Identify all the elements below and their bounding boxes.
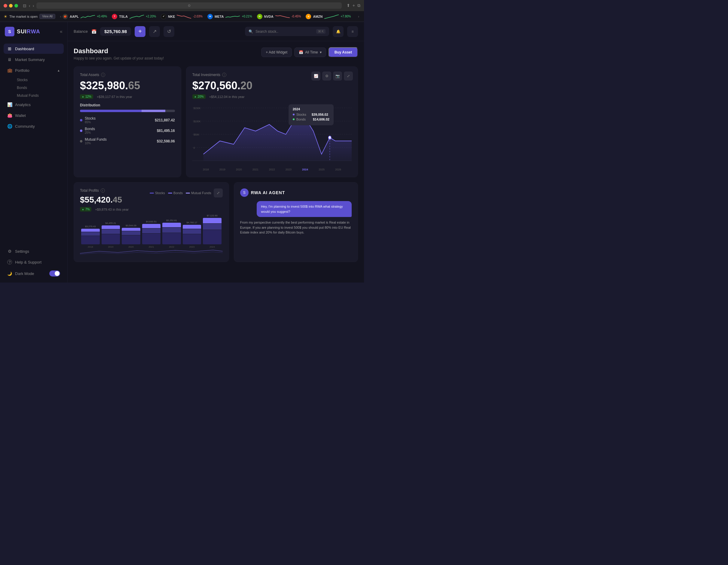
community-icon: 🌐 — [7, 124, 12, 129]
sidebar-item-portfolio[interactable]: 💼 Portfolio ▲ — [4, 65, 64, 75]
tooltip-bonds-dot — [293, 118, 295, 120]
time-filter-button[interactable]: 📅 All Time ▾ — [294, 47, 326, 57]
traffic-light-yellow[interactable] — [9, 4, 13, 8]
tsla-logo: T — [112, 14, 117, 19]
svg-text:$100K: $100K — [193, 120, 200, 123]
collapse-sidebar-button[interactable]: « — [60, 29, 63, 34]
page-subtitle: Happy to see you again. Get update of yo… — [74, 56, 164, 60]
expand-profits-button[interactable]: ⤢ — [214, 188, 223, 197]
traffic-light-green[interactable] — [14, 4, 18, 8]
dark-mode-toggle: 🌙 Dark Mode — [4, 268, 64, 279]
refresh-button[interactable]: ↺ — [164, 26, 174, 37]
dark-mode-switch[interactable] — [49, 270, 60, 276]
balance-display: $25,760.98 — [100, 27, 131, 36]
investments-card: Total Investments i $270,560.20 ▲ 20% +$… — [186, 66, 358, 177]
aapl-chart — [81, 14, 95, 19]
total-assets-card: Total Assets i $325,980.65 ▲ 12% +$39,11… — [74, 66, 181, 177]
legend-stocks: Stocks — [150, 191, 165, 195]
ticker-item-amzn[interactable]: A AMZN +7.80% — [306, 14, 351, 19]
chart-tooltip: 2024 Stocks $39,056.02 Bonds $14,606.02 — [289, 104, 334, 125]
ticker-item-nvda[interactable]: N NVDA -0.45% — [257, 14, 301, 19]
logo-area: S SUIRWA « — [4, 27, 64, 36]
distribution-label: Distribution — [80, 103, 175, 107]
legend-mutual: Mutual Funds — [186, 191, 211, 195]
chart-x-labels: 2018 2019 2020 2021 2022 2023 2024 2025 … — [192, 168, 352, 171]
sidebar-item-mutual-funds[interactable]: Mutual Funds — [14, 92, 64, 99]
sidebar-item-analytics[interactable]: 📊 Analytics — [4, 99, 64, 110]
back-icon[interactable]: ‹ — [29, 3, 30, 8]
buy-asset-button[interactable]: Buy Asset — [329, 47, 358, 57]
profits-value: $55,420.45 — [80, 195, 129, 205]
camera-button[interactable]: 📷 — [333, 72, 342, 81]
ticker-item-meta[interactable]: M META +0.21% — [207, 14, 252, 19]
meta-chart — [225, 14, 240, 19]
info-icon: i — [101, 188, 105, 193]
dashboard-actions: + Add Widget 📅 All Time ▾ Buy Asset — [261, 47, 358, 57]
profits-badge-row: ▲ 7% +$9,879.43 in this year — [80, 207, 129, 212]
wallet-icon: 👛 — [7, 113, 12, 118]
nvda-logo: N — [257, 14, 262, 19]
ticker-item-nke[interactable]: ✓ NKE -2.03% — [161, 14, 203, 19]
sidebar-item-label: Dashboard — [15, 47, 34, 51]
bottom-row: Total Profits i $55,420.45 ▲ 7% — [74, 182, 358, 262]
menu-button[interactable]: ≡ — [347, 26, 358, 37]
tsla-chart — [130, 14, 144, 19]
notification-button[interactable]: 🔔 — [333, 26, 344, 37]
distribution-items: Stocks 65% $211,887.42 Bonds — [80, 116, 175, 145]
expand-button[interactable]: ⤢ — [344, 72, 353, 81]
sidebar-item-help[interactable]: ? Help & Support — [4, 257, 64, 267]
percent-badge: ▲ 20% — [192, 94, 206, 99]
sidebar-item-dashboard[interactable]: ⊞ Dashboard — [4, 44, 64, 54]
profits-label: Total Profits i — [80, 188, 129, 193]
tooltip-bonds-row: Bonds $14,606.02 — [293, 118, 329, 121]
sidebar-item-stocks[interactable]: Stocks — [14, 76, 64, 84]
search-input[interactable] — [255, 29, 314, 34]
bar-group-2019: $4,455.21 2019 — [102, 222, 120, 248]
settings-chart-button[interactable]: ⚙ — [322, 72, 331, 81]
sidebar-item-wallet[interactable]: 👛 Wallet — [4, 110, 64, 121]
sidebar-item-market-summary[interactable]: 🖥 Market Summary — [4, 54, 64, 65]
address-bar[interactable]: ⊙ — [36, 2, 341, 9]
sidebar-item-label: Market Summary — [15, 57, 45, 62]
top-bar: Balance 📅 $25,760.98 + ↗ ↺ 🔍 ⌘ K 🔔 ≡ — [68, 22, 364, 41]
add-button[interactable]: + — [135, 26, 145, 37]
search-bar: 🔍 ⌘ K — [245, 27, 329, 36]
windows-icon[interactable]: ⧉ — [357, 3, 360, 8]
legend-bonds: Bonds — [168, 191, 183, 195]
ticker-item-aapl[interactable]: 🍎 AAPL +0.49% — [63, 14, 107, 19]
line-chart-button[interactable]: 📈 — [311, 72, 320, 81]
ticker-items: 🍎 AAPL +0.49% T TSLA +2.20% ✓ NKE -2.03%… — [63, 14, 357, 19]
external-link-button[interactable]: ↗ — [149, 26, 160, 37]
forward-icon[interactable]: › — [33, 3, 34, 8]
browser-nav[interactable]: ⊟ ‹ › — [23, 3, 34, 8]
sidebar-item-community[interactable]: 🌐 Community — [4, 121, 64, 131]
share-icon[interactable]: ⬆ — [347, 3, 350, 8]
info-icon: i — [101, 73, 105, 77]
nke-chart — [177, 14, 191, 19]
portfolio-sub-items: Stocks Bonds Mutual Funds — [14, 76, 64, 99]
svg-text:$150K: $150K — [193, 107, 200, 110]
profits-legend: Stocks Bonds Mutual Funds — [150, 191, 211, 195]
sidebar-item-bonds[interactable]: Bonds — [14, 84, 64, 92]
total-assets-value: $325,980.65 — [80, 79, 175, 92]
ticker-next[interactable]: › — [357, 14, 360, 19]
bot-message-bubble: From my perspective currently the best p… — [240, 220, 352, 235]
help-icon: ? — [7, 260, 12, 264]
balance-value-text: $25,760.98 — [104, 29, 127, 34]
sidebar-item-settings[interactable]: ⚙ Settings — [4, 246, 64, 256]
ai-agent-card: S RWA AI AGENT Hey, I'm planning to inve… — [234, 182, 358, 262]
traffic-light-red[interactable] — [4, 4, 7, 8]
search-icon: 🔍 — [249, 29, 253, 34]
add-widget-button[interactable]: + Add Widget — [261, 47, 292, 57]
new-tab-icon[interactable]: + — [353, 3, 355, 8]
browser-actions: ⬆ + ⧉ — [347, 3, 360, 8]
toggle-knob — [55, 271, 60, 276]
bar-group-2020: $3,544.09 2020 — [122, 224, 140, 248]
ticker-item-tsla[interactable]: T TSLA +2.20% — [112, 14, 156, 19]
view-all-button[interactable]: View All — [39, 14, 55, 19]
sidebar-item-label: Portfolio — [15, 68, 29, 73]
sidebar-toggle-icon[interactable]: ⊟ — [23, 3, 26, 8]
amzn-logo: A — [306, 14, 311, 19]
stocks-dot — [80, 119, 82, 121]
ticker-prev[interactable]: ‹ — [59, 14, 63, 19]
